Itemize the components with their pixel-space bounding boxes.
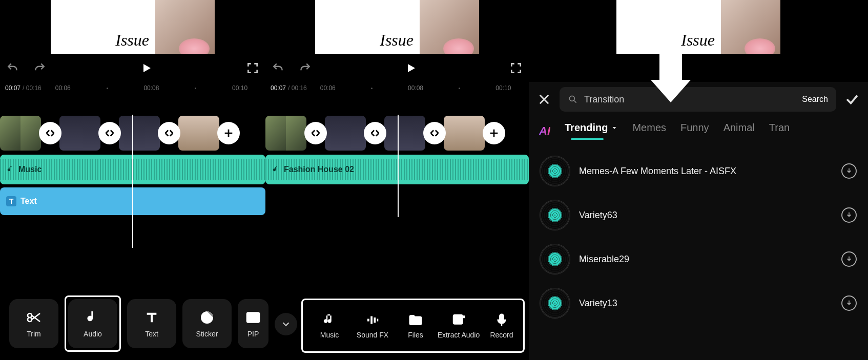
svg-rect-3 [367,319,369,322]
video-clip[interactable] [0,116,41,151]
search-box[interactable]: Search [560,87,836,112]
undo-button[interactable] [5,60,20,76]
music-panel: Search AI Trending Memes Funny Animal Tr… [529,82,868,360]
svg-rect-5 [374,317,376,323]
transition-button[interactable] [158,122,180,144]
preview-area: Issue [265,0,529,54]
fullscreen-button[interactable] [508,60,524,76]
svg-rect-1 [247,313,259,323]
download-button[interactable] [841,251,857,267]
video-clip[interactable] [325,116,366,151]
playhead[interactable] [398,115,399,217]
timeline[interactable]: Fashion House 02 [265,115,529,217]
chevron-down-icon [611,124,618,132]
timeline-ruler[interactable]: 00:07 / 00:16 00:06 00:08 00:10 [0,82,265,94]
video-clip[interactable] [384,116,425,151]
trim-button[interactable]: Trim [9,299,58,348]
transition-button[interactable] [98,122,121,144]
video-clip[interactable] [265,116,306,151]
video-clip[interactable] [59,116,100,151]
track-row[interactable]: Variety13 [537,281,860,325]
pip-button[interactable]: PIP [238,299,268,348]
music-button[interactable]: Music [308,304,351,347]
preview-area: Issue [529,0,868,54]
text-track-label: Text [20,197,37,206]
download-button[interactable] [841,163,857,179]
add-clip-button[interactable] [483,122,505,144]
soundfx-button[interactable]: Sound FX [351,304,394,347]
add-clip-button[interactable] [217,122,240,144]
playback-controls [0,54,265,82]
disc-icon [540,244,570,274]
tab-memes[interactable]: Memes [632,122,666,140]
svg-rect-4 [370,316,373,324]
redo-button[interactable] [32,60,47,76]
redo-button[interactable] [297,60,313,76]
close-button[interactable] [537,92,551,107]
track-list: Memes-A Few Moments Later - AISFX Variet… [529,145,868,329]
ai-badge[interactable]: AI [539,124,550,138]
search-button[interactable]: Search [802,95,828,104]
play-button[interactable] [403,60,418,76]
transition-button[interactable] [304,122,327,144]
editor-screen-main: Issue 00:07 / 00:16 00:06 00:08 00:10 [0,0,265,360]
transition-button[interactable] [364,122,386,144]
playhead[interactable] [132,115,133,248]
preview-frame[interactable]: Issue [51,0,215,54]
music-library-screen: Issue Search AI Trending Me [529,0,868,360]
extract-audio-button[interactable]: Extract Audio [437,304,480,347]
download-button[interactable] [841,207,857,223]
editor-screen-audio-menu: Issue 00:07 / 00:16 00:06 00:08 00:10 [265,0,529,360]
disc-icon [540,156,570,186]
audio-track-label: Fashion House 02 [284,165,354,174]
confirm-button[interactable] [844,92,860,107]
highlight-audio: Audio [65,295,121,352]
disc-icon [540,288,570,318]
tab-trending[interactable]: Trending [565,122,618,140]
audio-track-label: Music [18,165,42,174]
video-clip[interactable] [119,116,160,151]
svg-point-9 [569,96,574,101]
undo-button[interactable] [271,60,286,76]
collapse-button[interactable] [275,313,297,335]
main-toolbar: Trim Audio Text Sticker PIP [0,295,265,352]
play-button[interactable] [138,60,154,76]
audio-track[interactable]: Fashion House 02 [265,155,529,184]
tab-animal[interactable]: Animal [724,122,755,140]
files-button[interactable]: Files [394,304,437,347]
category-tabs: AI Trending Memes Funny Animal Tran [529,117,868,145]
preview-text: Issue [115,31,149,50]
record-button[interactable]: Record [480,304,523,347]
tab-more[interactable]: Tran [769,122,790,140]
audio-button[interactable]: Audio [68,299,117,348]
track-row[interactable]: Variety63 [537,193,860,237]
track-row[interactable]: Memes-A Few Moments Later - AISFX [537,149,860,193]
track-row[interactable]: Miserable29 [537,237,860,281]
text-button[interactable]: Text [127,299,176,348]
search-icon [568,94,578,104]
text-icon: T [6,196,16,206]
timeline[interactable]: Music T Text [0,115,265,248]
transition-button[interactable] [423,122,446,144]
preview-area: Issue [0,0,265,54]
sticker-button[interactable]: Sticker [182,299,232,348]
tab-funny[interactable]: Funny [680,122,709,140]
timeline-ruler[interactable]: 00:07 / 00:16 00:06 00:08 00:10 [265,82,529,94]
video-clip[interactable] [444,116,485,151]
video-clip[interactable] [178,116,219,151]
transition-button[interactable] [39,122,61,144]
disc-icon [540,200,570,230]
svg-rect-6 [377,319,379,322]
preview-frame[interactable]: Issue [315,0,479,54]
annotation-arrow-icon [651,53,691,102]
preview-frame[interactable]: Issue [616,0,780,54]
highlight-audio-submenu: Music Sound FX Files Extract Audio Recor… [301,299,525,353]
download-button[interactable] [841,295,857,311]
fullscreen-button[interactable] [245,60,260,76]
